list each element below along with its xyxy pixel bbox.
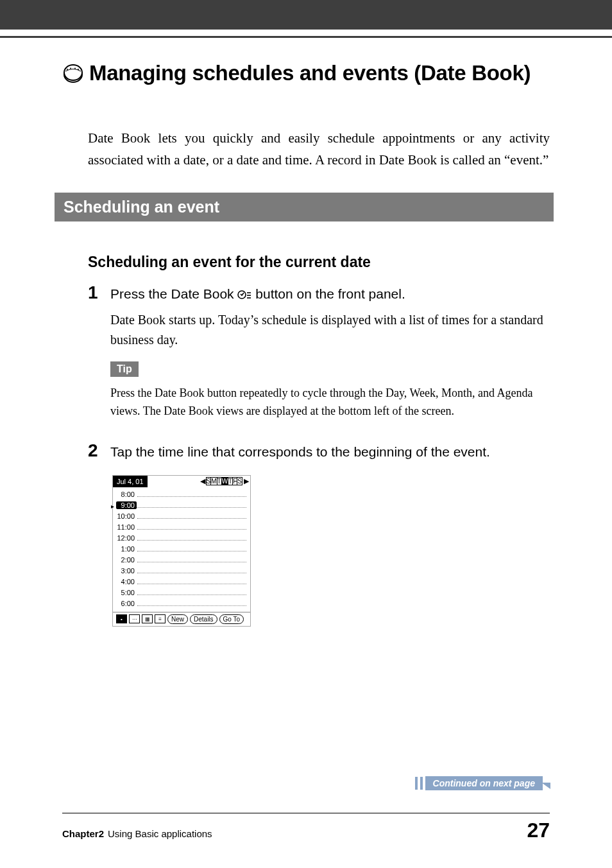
datebook-button-icon xyxy=(237,286,251,306)
section-heading: Scheduling an event xyxy=(55,193,554,221)
svg-point-4 xyxy=(74,68,76,69)
week-view-icon[interactable]: ⋯ xyxy=(129,614,140,623)
time-label[interactable]: 5:00 xyxy=(117,589,137,596)
time-row[interactable]: 5:00 xyxy=(117,587,246,598)
step-description: Date Book starts up. Today’s schedule is… xyxy=(110,310,550,350)
weekday-cell[interactable]: M xyxy=(210,477,217,485)
continued-accent-bar xyxy=(415,777,418,790)
intro-paragraph: Date Book lets you quickly and easily sc… xyxy=(88,128,550,171)
goto-button[interactable]: Go To xyxy=(219,614,244,624)
time-label[interactable]: 9:00 xyxy=(116,501,137,509)
time-row[interactable]: 11:00 xyxy=(117,522,246,533)
dayview-body: ▸ 8:009:0010:0011:0012:001:002:003:004:0… xyxy=(113,487,250,612)
new-button[interactable]: New xyxy=(167,614,188,624)
time-label[interactable]: 1:00 xyxy=(117,545,137,553)
day-view-icon[interactable]: • xyxy=(116,614,127,623)
svg-point-3 xyxy=(70,68,71,69)
svg-point-2 xyxy=(67,69,68,70)
step: 2 Tap the time line that corresponds to … xyxy=(88,442,550,466)
insertion-caret: ▸ xyxy=(111,503,114,510)
time-label[interactable]: 6:00 xyxy=(117,600,137,607)
time-label[interactable]: 2:00 xyxy=(117,556,137,564)
time-line[interactable] xyxy=(137,598,246,606)
step-number: 1 xyxy=(88,284,110,433)
step: 1 Press the Date Book button on the fron… xyxy=(88,284,550,433)
weekday-cell[interactable]: S xyxy=(237,477,242,485)
time-line[interactable] xyxy=(137,533,246,541)
tip-label: Tip xyxy=(110,361,139,377)
prev-week-arrow[interactable]: ◀ xyxy=(199,477,207,485)
time-line[interactable] xyxy=(137,489,246,497)
step-heading: Tap the time line that corresponds to th… xyxy=(110,442,550,462)
time-label[interactable]: 11:00 xyxy=(117,523,137,531)
time-line[interactable] xyxy=(137,544,246,551)
step-heading-before: Press the Date Book xyxy=(110,286,237,301)
svg-point-1 xyxy=(64,65,82,80)
dayview-date: Jul 4, 01 xyxy=(113,476,148,487)
subheading: Scheduling an event for the current date xyxy=(88,254,550,271)
next-week-arrow[interactable]: ▶ xyxy=(242,477,250,485)
month-view-icon[interactable]: ▦ xyxy=(142,614,153,623)
step-heading: Press the Date Book button on the front … xyxy=(110,284,550,306)
page-number: 27 xyxy=(527,819,550,842)
time-line[interactable] xyxy=(137,555,246,562)
time-label[interactable]: 12:00 xyxy=(117,534,137,542)
step-heading-after: button on the front panel. xyxy=(251,286,405,301)
dayview-week-nav: ◀ SMTWTFS ▶ xyxy=(199,476,250,487)
time-row[interactable]: 10:00 xyxy=(117,511,246,522)
time-line[interactable] xyxy=(137,500,246,508)
agenda-view-icon[interactable]: ≡ xyxy=(155,614,166,623)
dayview-footer: • ⋯ ▦ ≡ New Details Go To xyxy=(113,612,250,626)
chapter-title-text: Managing schedules and events (Date Book… xyxy=(89,61,531,85)
dayview-header: Jul 4, 01 ◀ SMTWTFS ▶ xyxy=(113,476,250,487)
footer-chapter-desc: Using Basic applications xyxy=(108,828,212,839)
continued-arrow xyxy=(541,783,550,789)
time-line[interactable] xyxy=(137,587,246,595)
continued-text: Continued on next page xyxy=(425,776,543,790)
chapter-title: Managing schedules and events (Date Book… xyxy=(62,61,550,85)
time-label[interactable]: 3:00 xyxy=(117,567,137,575)
time-line[interactable] xyxy=(137,522,246,530)
time-row[interactable]: 4:00 xyxy=(117,577,246,587)
time-row[interactable]: 2:00 xyxy=(117,555,246,566)
page-footer: Chapter2 Using Basic applications 27 xyxy=(62,813,550,842)
continued-banner: Continued on next page xyxy=(415,776,550,790)
step-number: 2 xyxy=(88,442,110,466)
datebook-dayview: Jul 4, 01 ◀ SMTWTFS ▶ ▸ 8:009:0010:0011:… xyxy=(112,475,251,627)
top-bar xyxy=(0,0,612,30)
time-label[interactable]: 8:00 xyxy=(117,490,137,498)
time-line[interactable] xyxy=(137,577,246,584)
time-row[interactable]: 3:00 xyxy=(117,566,246,577)
svg-point-5 xyxy=(78,69,79,70)
time-row[interactable]: 12:00 xyxy=(117,533,246,544)
time-label[interactable]: 10:00 xyxy=(117,512,137,520)
details-button[interactable]: Details xyxy=(190,614,217,624)
time-row[interactable]: 9:00 xyxy=(117,500,246,511)
time-row[interactable]: 8:00 xyxy=(117,489,246,500)
time-label[interactable]: 4:00 xyxy=(117,578,137,586)
tip-text: Press the Date Book button repeatedly to… xyxy=(110,385,550,421)
continued-accent-bar xyxy=(420,777,423,790)
time-row[interactable]: 6:00 xyxy=(117,598,246,609)
footer-chapter: Chapter2 xyxy=(62,828,104,839)
time-line[interactable] xyxy=(137,566,246,573)
datebook-app-icon xyxy=(62,62,84,84)
time-line[interactable] xyxy=(137,511,246,519)
time-row[interactable]: 1:00 xyxy=(117,544,246,555)
